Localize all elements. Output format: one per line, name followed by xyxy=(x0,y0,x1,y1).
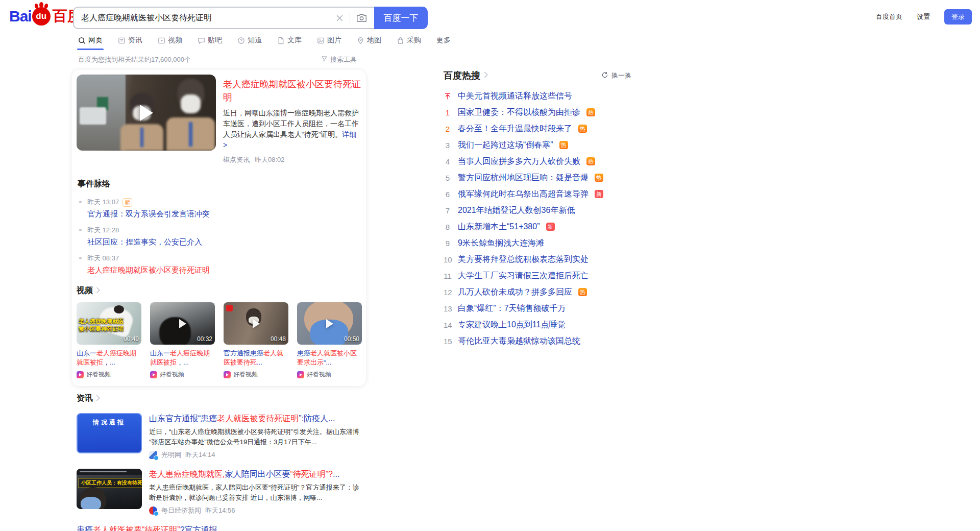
video-source: 好看视频 xyxy=(77,370,141,379)
hot-search-item[interactable]: 3 我们一起跨过这场“倒春寒” 热 xyxy=(444,137,648,153)
search-bar: 百度一下 xyxy=(73,7,428,29)
hot-search-item[interactable]: 8 山东新增本土“51+380” 新 xyxy=(444,219,648,235)
top-links: 百度首页 设置 登录 xyxy=(876,9,972,25)
video-card[interactable]: 老人癌症晚期就医被小区要待死证明 00:49 山东一老人癌症晚期就医被拒，...… xyxy=(77,302,141,379)
mrjjxw-logo-icon xyxy=(149,506,157,515)
search-icon xyxy=(78,37,86,44)
results-column: 老人癌症晚期就医被小区要待死证明 近日，网曝山东淄博一癌症晚期老人需救护车送医，… xyxy=(72,70,366,531)
news-title[interactable]: 山东官方通报“患癌老人就医被要待死证明”:防疫人... xyxy=(149,413,361,424)
hot-search-item[interactable]: 11 大学生工厂实习请假三次遭拒后死亡 xyxy=(444,268,648,284)
search-box[interactable] xyxy=(73,7,374,29)
search-button[interactable]: 百度一下 xyxy=(374,7,428,29)
hot-search-header[interactable]: 百度热搜 xyxy=(444,69,488,82)
hot-search-item[interactable]: 4 当事人回应拼多多六万人砍价失败 热 xyxy=(444,153,648,170)
timeline-item: 昨天 08:37 老人癌症晚期就医被小区要待死证明 xyxy=(78,254,361,275)
video-thumbnail[interactable]: 老人癌症晚期就医被小区要待死证明 00:49 xyxy=(77,302,141,345)
hot-search-item[interactable]: 15 哥伦比亚大毒枭越狱惊动该国总统 xyxy=(444,333,648,349)
video-title[interactable]: 山东一老人癌症晚期就医被拒，... xyxy=(150,349,215,367)
video-thumbnail[interactable]: 00:32 xyxy=(150,302,215,345)
refresh-button[interactable]: 换一换 xyxy=(601,71,631,80)
tab-zhidao[interactable]: 知道 xyxy=(236,34,263,51)
main-result-source: 椒点资讯 昨天08:02 xyxy=(223,155,361,164)
search-divider xyxy=(350,12,350,24)
video-duration: 00:50 xyxy=(344,335,359,343)
video-title[interactable]: 官方通报患癌老人就医被要待死... xyxy=(224,349,288,367)
baidu-logo[interactable]: Bai du 百度 xyxy=(9,6,82,27)
tab-tieba[interactable]: 贴吧 xyxy=(197,34,223,51)
baidu-search-results-page: Bai du 百度 百度一下 百度首页 设置 登录 网页 xyxy=(0,0,980,531)
video-source: 好看视频 xyxy=(297,370,362,379)
chevron-right-icon[interactable] xyxy=(95,394,100,403)
logo-du-text: du xyxy=(36,11,46,21)
video-thumbnail[interactable]: 00:50 xyxy=(297,302,362,345)
baidu-paw-icon: du xyxy=(32,7,51,26)
news-section: 资讯 情况通报 山东官方通报“患癌老人就医被要待死证明”:防疫人... 近日，“… xyxy=(72,393,366,531)
play-icon xyxy=(179,319,186,328)
tab-more[interactable]: 更多 xyxy=(435,34,452,51)
timeline-link[interactable]: 老人癌症晚期就医被小区要待死证明 xyxy=(87,266,210,275)
haokan-video-icon xyxy=(150,371,157,378)
tab-image[interactable]: 图片 xyxy=(316,34,342,51)
hot-search-item[interactable]: 1 国家卫健委：不得以核酸为由拒诊 热 xyxy=(444,104,648,120)
hot-search-item[interactable]: 6 俄军缘何此时在乌祭出高超音速导弹 新 xyxy=(444,186,648,202)
refresh-icon xyxy=(601,71,608,80)
tab-webpage[interactable]: 网页 xyxy=(77,34,104,51)
video-card[interactable]: 00:32 山东一老人癌症晚期就医被拒，... 好看视频 xyxy=(150,302,215,379)
chevron-right-icon[interactable] xyxy=(95,286,100,296)
news-thumbnail[interactable]: 情况通报 xyxy=(77,413,142,453)
timeline-title: 事件脉络 xyxy=(78,179,361,189)
camera-icon[interactable] xyxy=(356,13,367,22)
main-result-title[interactable]: 老人癌症晚期就医被小区要待死证明 xyxy=(223,78,361,104)
main-video-thumbnail[interactable] xyxy=(77,75,216,151)
logo-bai-text: Bai xyxy=(9,8,32,25)
login-button[interactable]: 登录 xyxy=(944,9,972,25)
news-title[interactable]: 患癌老人就医被要“待死证明”?官方通报 xyxy=(77,524,361,531)
hot-search-item[interactable]: 2 春分至！全年升温最快时段来了 热 xyxy=(444,120,648,137)
news-thumbnail[interactable]: 小区工作人员：有没有待死证明 xyxy=(77,469,142,509)
video-title[interactable]: 山东一老人癌症晚期就医被拒，... xyxy=(77,349,141,367)
event-timeline: 事件脉络 昨天 13:07新 官方通报：双方系误会引发言语冲突 昨天 12:28… xyxy=(78,179,361,275)
news-title[interactable]: 老人患癌症晚期就医,家人陪同出小区要“待死证明”?... xyxy=(149,469,361,479)
baidu-home-link[interactable]: 百度首页 xyxy=(876,12,902,21)
news-item: 患癌老人就医被要“待死证明”?官方通报 3月18日,网曝山东老人癌症晚期就医被小… xyxy=(77,524,361,531)
search-tools[interactable]: 搜索工具 xyxy=(321,55,357,64)
hot-search-item[interactable]: 7 2021年结婚登记人数创36年新低 xyxy=(444,202,648,219)
chevron-right-icon xyxy=(483,71,488,80)
main-result-text: 老人癌症晚期就医被小区要待死证明 近日，网曝山东淄博一癌症晚期老人需救护车送医，… xyxy=(223,75,361,164)
play-icon xyxy=(253,319,260,328)
timeline-link[interactable]: 社区回应：捏造事实，公安已介入 xyxy=(87,237,202,247)
news-description: 老人患癌症晚期就医，家人陪同出小区要“待死证明”？官方通报来了：诊断是肝囊肿，就… xyxy=(149,482,361,503)
timeline-item: 昨天 12:28 社区回应：捏造事实，公安已介入 xyxy=(78,226,361,247)
hot-search-item[interactable]: 中美元首视频通话释放这些信号 xyxy=(444,88,648,104)
search-tabs: 网页 资讯 视频 贴吧 知道 文库 图片 地图 xyxy=(77,34,452,51)
source-name: 椒点资讯 xyxy=(223,155,250,164)
haokan-video-icon xyxy=(77,371,84,378)
tab-wenku[interactable]: 文库 xyxy=(276,34,303,51)
hot-search-item[interactable]: 13 白象“爆红”：7天销售额破千万 xyxy=(444,300,648,317)
hot-search-item[interactable]: 10 美方要将拜登总统积极表态落到实处 xyxy=(444,251,648,268)
clear-search-icon[interactable] xyxy=(336,14,344,22)
video-thumbnail[interactable]: 00:48 xyxy=(224,302,288,345)
videos-section-header: 视频 xyxy=(77,285,361,296)
video-card[interactable]: 00:48 官方通报患癌老人就医被要待死... 好看视频 xyxy=(224,302,288,379)
hot-search-item[interactable]: 5 警方回应杭州地区现巨响：疑是音爆 热 xyxy=(444,170,648,186)
video-title[interactable]: 患癌老人就医被小区要求出示“... xyxy=(297,349,362,367)
results-count: 百度为您找到相关结果约17,600,000个 xyxy=(78,55,191,64)
top-arrow-icon xyxy=(444,92,452,100)
video-card[interactable]: 00:50 患癌老人就医被小区要求出示“... 好看视频 xyxy=(297,302,362,379)
tab-news[interactable]: 资讯 xyxy=(117,34,143,51)
settings-link[interactable]: 设置 xyxy=(917,12,930,21)
hot-search-item[interactable]: 14 专家建议晚上10点到11点睡觉 xyxy=(444,317,648,333)
search-input[interactable] xyxy=(81,13,336,22)
hot-search-item[interactable]: 12 几万人砍价未成功？拼多多回应 热 xyxy=(444,284,648,300)
tab-caigou[interactable]: 采购 xyxy=(396,34,422,51)
main-result: 老人癌症晚期就医被小区要待死证明 近日，网曝山东淄博一癌症晚期老人需救护车送医，… xyxy=(77,75,361,164)
video-source: 好看视频 xyxy=(224,370,288,379)
main-result-description: 近日，网曝山东淄博一癌症晚期老人需救护车送医，遭到小区工作人员阻拦，一名工作人员… xyxy=(223,108,361,151)
tab-map[interactable]: 地图 xyxy=(356,34,382,51)
shopping-bag-icon xyxy=(397,37,404,44)
tieba-icon xyxy=(198,37,205,44)
timeline-link[interactable]: 官方通报：双方系误会引发言语冲突 xyxy=(87,209,210,219)
hot-search-item[interactable]: 9 9米长鲸鱼搁浅大连海滩 xyxy=(444,235,648,251)
tab-video[interactable]: 视频 xyxy=(157,34,183,51)
